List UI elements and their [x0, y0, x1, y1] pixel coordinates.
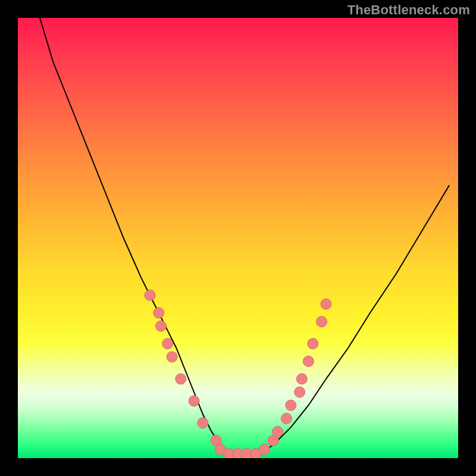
data-point — [167, 352, 177, 362]
data-point — [154, 308, 164, 318]
data-point — [156, 321, 167, 331]
data-point — [321, 299, 331, 309]
data-point — [281, 413, 292, 424]
data-point — [295, 387, 305, 397]
data-point — [189, 396, 199, 406]
plot-area — [18, 18, 458, 458]
data-point — [317, 317, 327, 327]
chart-svg — [18, 18, 458, 458]
data-point — [162, 339, 173, 349]
points-layer — [145, 290, 331, 458]
data-point — [308, 339, 318, 349]
chart-frame: TheBottleneck.com — [0, 0, 476, 476]
data-point — [198, 418, 208, 428]
data-point — [303, 356, 314, 367]
data-point — [296, 374, 307, 384]
watermark: TheBottleneck.com — [347, 2, 470, 18]
bottleneck-curve — [40, 18, 449, 456]
data-point — [273, 427, 283, 437]
data-point — [250, 449, 261, 458]
data-point — [286, 400, 296, 411]
curve-layer — [40, 18, 449, 456]
data-point — [145, 290, 155, 300]
data-point — [176, 374, 186, 384]
